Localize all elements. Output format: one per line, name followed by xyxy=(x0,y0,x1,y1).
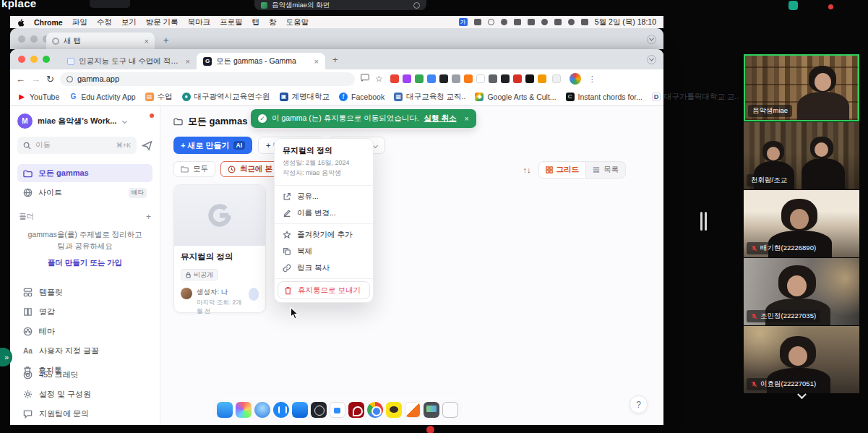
extension-icon[interactable] xyxy=(403,74,411,83)
extension-icon[interactable] xyxy=(415,74,424,83)
meeting-security-icon[interactable] xyxy=(788,1,798,10)
window-traffic-lights[interactable] xyxy=(18,56,50,63)
participant-tile[interactable]: 이효림(22227051) xyxy=(744,326,859,393)
sidebar-item-themes[interactable]: 테마 xyxy=(17,323,152,340)
dock-browser-icon[interactable] xyxy=(311,402,327,418)
menu-item-copy-link[interactable]: 링크 복사 xyxy=(275,260,373,276)
sidebar-item-support[interactable]: 지원팀에 문의 xyxy=(17,405,152,422)
dock-safari-icon[interactable] xyxy=(254,402,270,418)
menubar-item-chrome[interactable]: Chrome xyxy=(34,18,63,27)
dock-zoom-icon[interactable] xyxy=(330,402,345,418)
send-icon[interactable] xyxy=(142,140,152,151)
sidebar-item-sites[interactable]: 사이트 베타 xyxy=(17,184,152,202)
workspace-switcher[interactable]: M miae 음악샘's Work... xyxy=(17,113,152,129)
participant-tile[interactable]: 조민정(22227035) xyxy=(744,258,859,325)
menubar-item-file[interactable]: 파일 xyxy=(72,17,87,27)
sidebar-item-inspiration[interactable]: 영감 xyxy=(17,304,152,321)
extension-icon[interactable] xyxy=(538,74,546,83)
cast-icon[interactable] xyxy=(361,74,369,84)
tab-close-icon[interactable]: × xyxy=(145,37,149,46)
dock-launchpad-icon[interactable] xyxy=(236,402,252,418)
list-view-button[interactable]: 목록 xyxy=(586,162,625,178)
dock-display-icon[interactable] xyxy=(424,402,439,418)
site-info-icon[interactable] xyxy=(66,76,73,82)
reload-button[interactable]: ↻ xyxy=(46,74,54,85)
bookmark-daegu-edu[interactable]: ●대구광역시교육연수원 xyxy=(182,92,270,102)
display-icon[interactable] xyxy=(514,19,521,25)
window-traffic-lights[interactable] xyxy=(18,35,50,43)
menu-item-add-favorite[interactable]: 즐겨찾기에 추가 xyxy=(275,226,373,243)
extension-icon[interactable] xyxy=(476,74,485,83)
bookmark-youtube[interactable]: ▶YouTube xyxy=(17,93,59,101)
bookmark-edu-activity[interactable]: GEdu Activity App xyxy=(69,93,135,101)
menubar-item-help[interactable]: 도움말 xyxy=(286,17,309,27)
bookmark-class[interactable]: ▤수업 xyxy=(145,92,173,102)
bookmark-catholic-univ[interactable]: D대구가톨릭대학교 교.. xyxy=(652,92,739,102)
dock-appstore-icon[interactable] xyxy=(273,402,289,418)
collapse-strip-button[interactable] xyxy=(791,390,812,402)
participant-tile-teacher[interactable]: 음악샘miae xyxy=(744,54,859,121)
tab-search-icon[interactable] xyxy=(647,35,656,44)
profile-avatar[interactable] xyxy=(570,73,581,85)
tab-ai-tools[interactable]: 인공지능 도구 내 수업에 적용하기 × xyxy=(61,53,197,69)
menubar-item-bookmarks[interactable]: 북마크 xyxy=(188,17,211,27)
help-button[interactable]: ? xyxy=(629,395,648,413)
screen-share-banner[interactable]: 음악샘miae의 화면 xyxy=(254,0,426,10)
tab-close-icon[interactable]: × xyxy=(314,57,319,66)
chat-bubble-icon[interactable] xyxy=(474,19,481,25)
menubar-item-history[interactable]: 방문 기록 xyxy=(146,17,179,27)
create-new-ai-button[interactable]: + 새로 만들기 AI xyxy=(173,137,252,154)
extension-icon[interactable] xyxy=(464,74,473,83)
dock-chrome-icon[interactable] xyxy=(367,402,383,418)
extension-icon[interactable] xyxy=(439,74,448,83)
dock-acrobat-icon[interactable] xyxy=(348,402,364,418)
address-bar[interactable]: gamma.app xyxy=(60,72,355,86)
dock-books-icon[interactable] xyxy=(292,402,308,418)
chrome-menu-icon[interactable]: ⋮ xyxy=(588,74,596,84)
background-window-tabstrip[interactable]: 새 탭 × + xyxy=(10,28,663,49)
top-control-chip[interactable] xyxy=(90,0,130,8)
menu-item-send-to-trash[interactable]: 휴지통으로 보내기 xyxy=(278,282,369,299)
tab-close-icon[interactable]: × xyxy=(186,57,190,66)
dock-hancom-icon[interactable] xyxy=(405,402,421,418)
extension-icon[interactable] xyxy=(513,74,522,83)
wifi-icon[interactable] xyxy=(554,19,562,25)
sidebar-item-templates[interactable]: 템플릿 xyxy=(17,284,152,301)
background-tab-new-tab[interactable]: 새 탭 × xyxy=(46,33,155,49)
tab-search-icon[interactable] xyxy=(647,55,656,64)
menu-item-duplicate[interactable]: 복제 xyxy=(275,243,373,260)
menu-item-rename[interactable]: 이름 변경... xyxy=(275,205,373,221)
apple-menu-icon[interactable] xyxy=(17,18,25,27)
card-menu-button[interactable] xyxy=(249,288,259,301)
screen-record-icon[interactable] xyxy=(488,19,494,25)
new-tab-button[interactable]: + xyxy=(163,35,169,46)
input-source-icon[interactable]: 가 xyxy=(459,18,468,26)
dock-trash-icon[interactable] xyxy=(442,402,458,418)
back-button[interactable]: ← xyxy=(16,74,25,85)
extensions-puzzle-icon[interactable] xyxy=(552,74,561,83)
forward-button[interactable]: → xyxy=(31,74,40,85)
extension-icon[interactable] xyxy=(390,74,399,83)
sidebar-item-settings[interactable]: 설정 및 구성원 xyxy=(17,385,152,403)
dock-finder-icon[interactable] xyxy=(217,402,233,418)
menubar-item-profiles[interactable]: 프로필 xyxy=(220,17,243,27)
menubar-item-tab[interactable]: 탭 xyxy=(252,17,260,27)
gamma-card[interactable]: 뮤지컬의 정의 비공개 생성자: 나 마지막 조회: 2개월 전 xyxy=(173,184,266,313)
sidebar-item-custom-fonts[interactable]: Aa 사용자 지정 글꼴 xyxy=(17,343,152,360)
new-tab-button[interactable]: + xyxy=(332,54,338,65)
tab-all-gammas[interactable]: G 모든 gammas - Gamma × xyxy=(197,53,325,69)
undo-link[interactable]: 실행 취소 xyxy=(424,113,457,124)
screen-mirroring-icon[interactable] xyxy=(501,19,507,25)
bookmark-daegu-office[interactable]: ▦대구교육청 교직.. xyxy=(394,92,465,102)
extension-icon[interactable] xyxy=(452,74,460,83)
bluetooth-icon[interactable] xyxy=(541,19,548,25)
bookmark-keimyung[interactable]: ▣계명대학교 xyxy=(280,92,330,102)
extension-icon[interactable] xyxy=(489,74,497,83)
create-or-join-folder-link[interactable]: 폴더 만들기 또는 가입 xyxy=(17,258,152,268)
add-folder-button[interactable]: + xyxy=(146,212,151,222)
search-input[interactable]: 이동 ⌘+K xyxy=(17,137,137,154)
participant-tile[interactable]: 천휘람/조교 xyxy=(744,122,859,189)
sort-icon[interactable]: ↑↓ xyxy=(523,166,531,174)
extension-icon[interactable] xyxy=(427,74,436,83)
extension-icon[interactable] xyxy=(501,74,510,83)
